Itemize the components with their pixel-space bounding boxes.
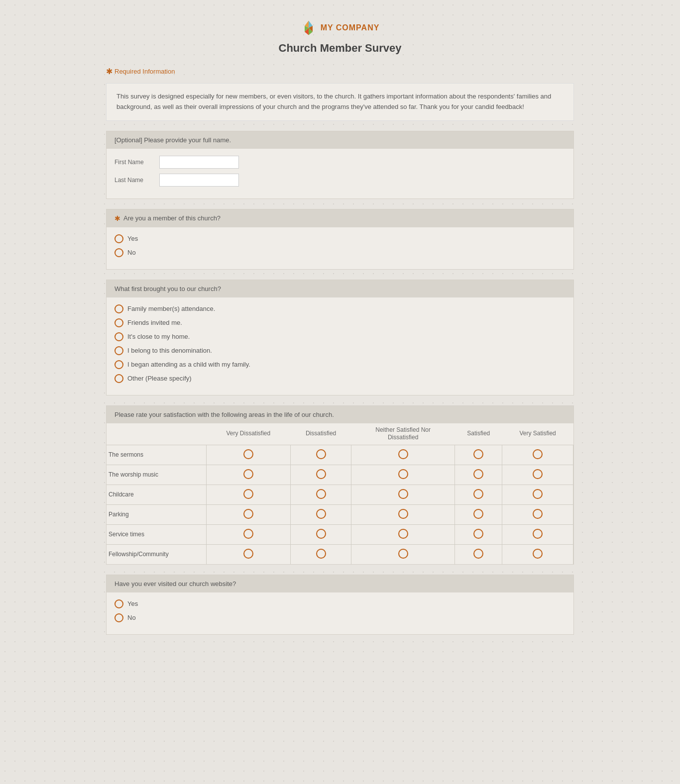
radio-parking-1[interactable] [243,509,253,519]
radio-sermons-3[interactable] [398,449,408,459]
rating-row-parking: Parking [107,504,573,524]
rating-cell-childcare-2[interactable] [291,485,351,504]
rating-cell-music-4[interactable] [455,465,502,485]
required-asterisk-icon: ✱ [106,67,113,76]
radio-childcare-1[interactable] [243,489,253,499]
radio-service-times-2[interactable] [316,529,326,539]
question-header-name: [Optional] Please provide your full name… [107,131,573,149]
question-body-brought: Family member(s) attendance. Friends inv… [107,297,573,395]
radio-option-close[interactable]: It's close to my home. [114,332,566,341]
radio-denomination[interactable] [114,346,123,355]
rating-cell-parking-4[interactable] [455,504,502,524]
first-name-input[interactable] [159,156,239,169]
rating-cell-fellowship-2[interactable] [291,544,351,564]
rating-cell-parking-5[interactable] [502,504,573,524]
rating-cell-music-2[interactable] [291,465,351,485]
radio-option-no-member[interactable]: No [114,248,566,257]
radio-sermons-2[interactable] [316,449,326,459]
radio-music-1[interactable] [243,469,253,479]
radio-no-website[interactable] [114,613,123,622]
rating-cell-service-times-2[interactable] [291,524,351,544]
rating-table: Very Dissatisfied Dissatisfied Neither S… [107,423,573,564]
radio-close[interactable] [114,332,123,341]
radio-childcare-2[interactable] [316,489,326,499]
radio-music-2[interactable] [316,469,326,479]
rating-cell-music-3[interactable] [351,465,454,485]
radio-service-times-1[interactable] [243,529,253,539]
radio-parking-4[interactable] [473,509,483,519]
survey-title: Church Member Survey [106,42,574,55]
radio-option-yes-member[interactable]: Yes [114,234,566,243]
radio-option-family[interactable]: Family member(s) attendance. [114,304,566,313]
rating-cell-music-5[interactable] [502,465,573,485]
rating-cell-fellowship-3[interactable] [351,544,454,564]
required-info-line: ✱ Required Information [106,67,574,76]
radio-childcare-5[interactable] [533,489,543,499]
question-body-rating: Very Dissatisfied Dissatisfied Neither S… [107,423,573,564]
rating-cell-sermons-2[interactable] [291,445,351,465]
rating-cell-childcare-1[interactable] [206,485,291,504]
radio-sermons-1[interactable] [243,449,253,459]
first-name-row: First Name [114,156,566,169]
rating-cell-childcare-5[interactable] [502,485,573,504]
rating-cell-music-1[interactable] [206,465,291,485]
radio-no-member[interactable] [114,248,123,257]
radio-fellowship-5[interactable] [533,549,543,559]
radio-family[interactable] [114,304,123,313]
radio-fellowship-4[interactable] [473,549,483,559]
rating-cell-service-times-4[interactable] [455,524,502,544]
rating-cell-sermons-1[interactable] [206,445,291,465]
radio-option-denomination[interactable]: I belong to this denomination. [114,346,566,355]
rating-cell-fellowship-5[interactable] [502,544,573,564]
radio-child[interactable] [114,360,123,369]
question-body-member: Yes No [107,227,573,269]
radio-fellowship-3[interactable] [398,549,408,559]
rating-cell-service-times-1[interactable] [206,524,291,544]
radio-childcare-3[interactable] [398,489,408,499]
radio-other[interactable] [114,374,123,383]
question-header-member: ✱ Are you a member of this church? [107,209,573,227]
question-block-rating: Please rate your satisfaction with the f… [106,405,574,565]
radio-fellowship-2[interactable] [316,549,326,559]
last-name-input[interactable] [159,174,239,187]
radio-parking-3[interactable] [398,509,408,519]
radio-friends-label: Friends invited me. [127,319,182,326]
rating-col-header-dissatisfied: Dissatisfied [291,423,351,445]
rating-cell-service-times-3[interactable] [351,524,454,544]
rating-cell-parking-3[interactable] [351,504,454,524]
radio-childcare-4[interactable] [473,489,483,499]
rating-cell-childcare-4[interactable] [455,485,502,504]
rating-row-music: The worship music [107,465,573,485]
radio-option-other[interactable]: Other (Please specify) [114,374,566,383]
radio-option-yes-website[interactable]: Yes [114,599,566,608]
radio-service-times-4[interactable] [473,529,483,539]
radio-music-3[interactable] [398,469,408,479]
radio-option-no-website[interactable]: No [114,613,566,622]
radio-music-5[interactable] [533,469,543,479]
rating-cell-childcare-3[interactable] [351,485,454,504]
rating-cell-service-times-5[interactable] [502,524,573,544]
radio-yes-website[interactable] [114,599,123,608]
radio-music-4[interactable] [473,469,483,479]
rating-cell-fellowship-4[interactable] [455,544,502,564]
rating-col-header-neither: Neither Satisfied NorDissatisfied [351,423,454,445]
radio-service-times-5[interactable] [533,529,543,539]
rating-row-childcare: Childcare [107,485,573,504]
rating-cell-fellowship-1[interactable] [206,544,291,564]
radio-family-label: Family member(s) attendance. [127,305,215,312]
radio-parking-5[interactable] [533,509,543,519]
rating-cell-sermons-4[interactable] [455,445,502,465]
radio-service-times-3[interactable] [398,529,408,539]
radio-yes-member[interactable] [114,234,123,243]
radio-sermons-5[interactable] [533,449,543,459]
radio-sermons-4[interactable] [473,449,483,459]
rating-cell-parking-2[interactable] [291,504,351,524]
radio-parking-2[interactable] [316,509,326,519]
rating-cell-parking-1[interactable] [206,504,291,524]
rating-cell-sermons-5[interactable] [502,445,573,465]
rating-cell-sermons-3[interactable] [351,445,454,465]
radio-friends[interactable] [114,318,123,327]
radio-option-friends[interactable]: Friends invited me. [114,318,566,327]
radio-fellowship-1[interactable] [243,549,253,559]
radio-option-child[interactable]: I began attending as a child with my fam… [114,360,566,369]
